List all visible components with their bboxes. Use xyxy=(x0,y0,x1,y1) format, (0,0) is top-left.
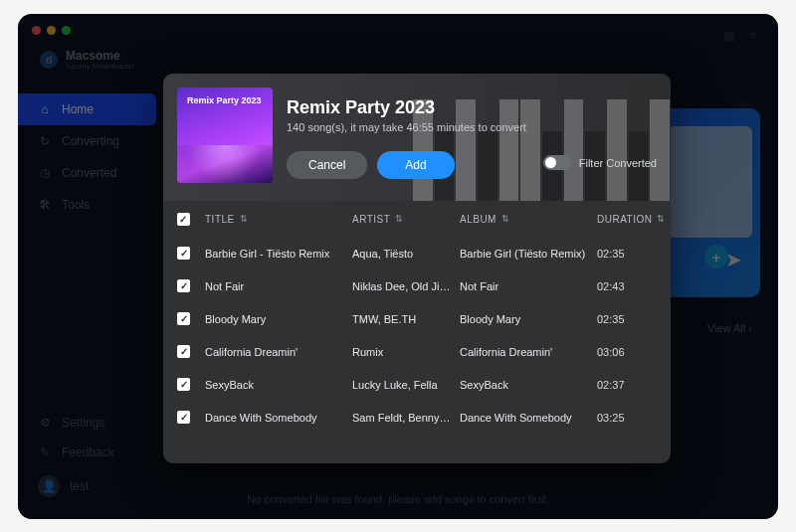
cell-title: Bloody Mary xyxy=(205,313,344,325)
cell-album: Barbie Girl (Tiësto Remix) xyxy=(460,248,589,260)
piano-background xyxy=(412,74,671,201)
row-checkbox[interactable]: ✓ xyxy=(177,279,190,292)
cell-artist: Lucky Luke, Fella xyxy=(352,379,452,391)
col-title[interactable]: TITLE⇅ xyxy=(205,214,344,225)
sort-icon: ⇅ xyxy=(395,214,404,224)
sort-icon: ⇅ xyxy=(501,214,510,224)
cell-album: Bloody Mary xyxy=(460,313,589,325)
modal-title: Remix Party 2023 xyxy=(287,97,435,118)
cell-title: California Dreamin' xyxy=(205,346,344,358)
cell-title: SexyBack xyxy=(205,379,344,391)
filter-converted-toggle[interactable] xyxy=(543,155,571,170)
col-album[interactable]: ALBUM⇅ xyxy=(460,214,589,225)
cell-album: California Dreamin' xyxy=(460,346,589,358)
cancel-button[interactable]: Cancel xyxy=(287,151,367,179)
cell-duration: 02:35 xyxy=(597,248,657,260)
add-playlist-modal: Remix Party 2023 Remix Party 2023 140 so… xyxy=(163,74,671,463)
cell-duration: 02:43 xyxy=(597,280,657,292)
sort-icon: ⇅ xyxy=(657,214,666,224)
row-checkbox[interactable]: ✓ xyxy=(177,378,190,391)
table-row[interactable]: ✓Bloody MaryTMW, BE.THBloody Mary02:35 xyxy=(177,302,657,335)
cell-duration: 03:06 xyxy=(597,346,657,358)
add-button[interactable]: Add xyxy=(377,151,454,179)
cell-artist: Niklas Dee, Old Ji… xyxy=(352,280,452,292)
cell-artist: Sam Feldt, Benny … xyxy=(352,412,452,424)
select-all-checkbox[interactable]: ✓ xyxy=(177,213,190,226)
table-row[interactable]: ✓California Dreamin'RumixCalifornia Drea… xyxy=(177,335,657,368)
cell-duration: 02:35 xyxy=(597,313,657,325)
cell-artist: Aqua, Tiësto xyxy=(352,248,452,260)
modal-subtitle: 140 song(s), it may take 46:55 minutes t… xyxy=(287,121,526,133)
tracks-table: ✓ TITLE⇅ ARTIST⇅ ALBUM⇅ DURATION⇅ ✓Barbi… xyxy=(163,201,671,463)
filter-converted-label: Filter Converted xyxy=(579,157,657,169)
cell-duration: 02:37 xyxy=(597,379,657,391)
col-artist[interactable]: ARTIST⇅ xyxy=(352,214,452,225)
table-row[interactable]: ✓Barbie Girl - Tiësto RemixAqua, TiëstoB… xyxy=(177,237,657,269)
row-checkbox[interactable]: ✓ xyxy=(177,345,190,358)
cell-title: Not Fair xyxy=(205,280,344,292)
sort-icon: ⇅ xyxy=(240,214,249,224)
cell-duration: 03:25 xyxy=(597,412,657,424)
cell-album: Dance With Somebody xyxy=(460,412,589,424)
cell-title: Dance With Somebody xyxy=(205,412,344,424)
row-checkbox[interactable]: ✓ xyxy=(177,411,190,424)
playlist-cover: Remix Party 2023 xyxy=(177,88,273,183)
cell-title: Barbie Girl - Tiësto Remix xyxy=(205,248,344,260)
row-checkbox[interactable]: ✓ xyxy=(177,312,190,325)
table-row[interactable]: ✓Not FairNiklas Dee, Old Ji…Not Fair02:4… xyxy=(177,269,657,302)
col-duration[interactable]: DURATION⇅ xyxy=(597,214,657,225)
cell-album: SexyBack xyxy=(460,379,589,391)
cell-album: Not Fair xyxy=(460,280,589,292)
table-row[interactable]: ✓Dance With SomebodySam Feldt, Benny …Da… xyxy=(177,401,657,434)
cover-title: Remix Party 2023 xyxy=(187,95,262,105)
row-checkbox[interactable]: ✓ xyxy=(177,247,190,260)
modal-header: Remix Party 2023 Remix Party 2023 140 so… xyxy=(163,74,671,201)
app-window: ▦ ≡ d Macsome Spotify Downloader ⌂ Home … xyxy=(18,14,778,519)
table-header: ✓ TITLE⇅ ARTIST⇅ ALBUM⇅ DURATION⇅ xyxy=(177,201,657,237)
cell-artist: Rumix xyxy=(352,346,452,358)
cell-artist: TMW, BE.TH xyxy=(352,313,452,325)
table-row[interactable]: ✓SexyBackLucky Luke, FellaSexyBack02:37 xyxy=(177,368,657,401)
